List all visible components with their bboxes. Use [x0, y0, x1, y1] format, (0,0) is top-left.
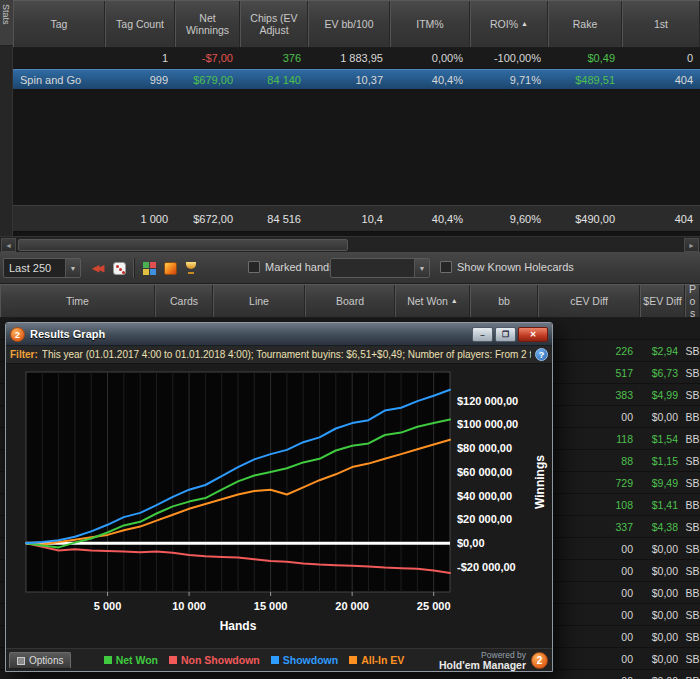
- scroll-right-icon: ►: [688, 242, 695, 249]
- legend-item-showdown: Showdown: [271, 654, 338, 666]
- maximize-icon: ❐: [502, 330, 509, 339]
- hands-col-bb[interactable]: bb: [470, 285, 538, 317]
- checkbox-icon: [248, 261, 260, 273]
- tab-stats[interactable]: Stats: [0, 0, 13, 46]
- options-icon: [17, 657, 25, 665]
- stats-col-rake[interactable]: Rake: [548, 1, 622, 47]
- hands-col-net_won[interactable]: Net Won▲: [395, 285, 470, 317]
- cell-cev: 00: [538, 670, 640, 679]
- results-chart-area: $120 000,00$100 000,00$80 000,00$60 000,…: [6, 364, 552, 648]
- stats-row-2[interactable]: Spin and Go999$679,0084 14010,3740,4%9,7…: [13, 69, 700, 90]
- legend-swatch: [349, 656, 357, 664]
- hands-toolbar: Last 250 ▼ ◀◀ Marked hands ▼ Show Kn: [0, 252, 700, 284]
- cell-itm: 40,4%: [390, 206, 470, 231]
- cell-pos: SB: [685, 604, 700, 625]
- cell-pos: SB: [685, 384, 700, 405]
- legend-item-net-won: Net Won: [104, 654, 158, 666]
- dice-icon: [113, 262, 126, 275]
- stats-col-ev_bb[interactable]: EV bb/100: [308, 1, 390, 47]
- color-filter-button[interactable]: [139, 257, 159, 279]
- dialog-titlebar[interactable]: 2 Results Graph – ❐ ✕: [6, 323, 552, 346]
- cell-pos: BB: [685, 582, 700, 603]
- cell-sev: $9,49: [640, 472, 685, 493]
- minimize-button[interactable]: –: [472, 327, 493, 342]
- cell-cev: 00: [538, 626, 640, 647]
- trophy-icon: [184, 261, 198, 275]
- cell-pos: SB: [685, 648, 700, 669]
- hands-col-cev[interactable]: cEV Diff: [538, 285, 640, 317]
- random-hand-button[interactable]: [109, 257, 129, 279]
- cell-sev: $4,38: [640, 516, 685, 537]
- show-known-holecards-label: Show Known Holecards: [457, 261, 574, 273]
- cell-sev: $1,41: [640, 494, 685, 515]
- cell-sev: $0,00: [640, 560, 685, 581]
- cell-net_winnings: -$7,00: [175, 48, 240, 68]
- options-button[interactable]: Options: [9, 652, 71, 669]
- hands-col-sev[interactable]: $EV Diff: [640, 285, 685, 317]
- help-icon[interactable]: ?: [535, 348, 548, 361]
- cell-tag_count: 999: [105, 70, 175, 89]
- rewind-icon: ◀◀: [92, 263, 102, 273]
- legend-label: Net Won: [116, 654, 158, 666]
- legend-label: Non Showdown: [181, 654, 260, 666]
- cell-cev: 337: [538, 516, 640, 537]
- scroll-left-button[interactable]: ◄: [1, 238, 16, 252]
- x-tick-label: 15 000: [254, 600, 288, 612]
- cell-pos: BB: [685, 670, 700, 679]
- hands-col-pos[interactable]: Pos: [685, 285, 700, 317]
- powered-by: Powered by Hold'em Manager: [439, 650, 526, 670]
- replayer-button[interactable]: ◀◀: [87, 257, 107, 279]
- cell-pos: SB: [685, 626, 700, 647]
- cell-pos: SB: [685, 472, 700, 493]
- maximize-button[interactable]: ❐: [495, 327, 516, 342]
- filter-label: Filter:: [10, 349, 38, 360]
- stats-col-tag[interactable]: Tag: [13, 1, 105, 47]
- flame-icon: [164, 262, 177, 275]
- results-graph-window: 2 Results Graph – ❐ ✕ Filter: This year …: [5, 322, 553, 672]
- scroll-left-icon: ◄: [5, 242, 12, 249]
- marked-hands-checkbox[interactable]: Marked hands: [248, 261, 335, 273]
- cell-rake: $0,49: [548, 48, 622, 68]
- marked-hands-dropdown[interactable]: ▼: [330, 258, 430, 278]
- scrollbar-thumb[interactable]: [18, 239, 348, 251]
- cell-ev_bb: 1 883,95: [308, 48, 390, 68]
- replay-hand-button[interactable]: [160, 257, 180, 279]
- hands-col-time[interactable]: Time: [0, 285, 155, 317]
- x-tick-label: 25 000: [417, 600, 451, 612]
- cell-sev: $6,73: [640, 362, 685, 383]
- stats-horizontal-scrollbar[interactable]: ◄ ►: [0, 236, 700, 252]
- toolbar-separator: [133, 258, 134, 278]
- stats-row-1[interactable]: 1-$7,003761 883,950,00%-100,00%$0,490: [13, 48, 700, 69]
- stats-col-tag_count[interactable]: Tag Count: [105, 1, 175, 47]
- stats-col-chips[interactable]: Chips (EV Adjust: [240, 1, 308, 47]
- legend-swatch: [169, 656, 177, 664]
- cell-pos: BB: [685, 494, 700, 515]
- stats-panel: Stats TagTag CountNet WinningsChips (EV …: [0, 0, 700, 252]
- stats-col-net_winnings[interactable]: Net Winnings: [175, 1, 240, 47]
- y-tick-label: $60 000,00: [457, 466, 512, 478]
- hands-col-line[interactable]: Line: [213, 285, 305, 317]
- cell-tag: Spin and Go: [13, 70, 105, 89]
- last-hands-dropdown[interactable]: Last 250 ▼: [3, 258, 81, 278]
- legend-swatch: [104, 656, 112, 664]
- scroll-right-button[interactable]: ►: [684, 238, 699, 252]
- cell-cev: 00: [538, 406, 640, 427]
- x-tick-label: 20 000: [335, 600, 369, 612]
- stats-col-first[interactable]: 1st: [622, 1, 700, 47]
- dropdown-arrow-icon: ▼: [65, 259, 80, 277]
- dialog-title: Results Graph: [30, 323, 105, 346]
- show-known-holecards-checkbox[interactable]: Show Known Holecards: [440, 261, 574, 273]
- sort-asc-icon: ▲: [521, 18, 528, 30]
- close-button[interactable]: ✕: [518, 327, 548, 342]
- cell-rake: $489,51: [548, 70, 622, 89]
- chart-legend: Net WonNon ShowdownShowdownAll-In EV: [111, 649, 397, 671]
- stats-col-itm[interactable]: ITM%: [390, 1, 470, 47]
- tourney-results-button[interactable]: [181, 257, 201, 279]
- hands-col-cards[interactable]: Cards: [155, 285, 213, 317]
- stats-col-roi[interactable]: ROI%▲: [470, 1, 548, 47]
- cell-cev: 383: [538, 384, 640, 405]
- cell-pos: [685, 318, 700, 339]
- x-tick-label: 5 000: [94, 600, 122, 612]
- hands-col-board[interactable]: Board: [305, 285, 395, 317]
- y-axis-title: Winnings: [533, 455, 547, 509]
